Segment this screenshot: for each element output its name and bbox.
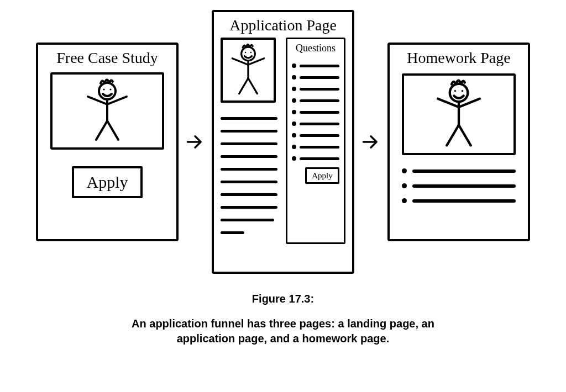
text-line — [221, 206, 277, 209]
panel-title-case-study: Free Case Study — [38, 45, 176, 66]
text-line — [221, 168, 277, 171]
bullet-icon — [292, 133, 296, 137]
question-row — [292, 156, 339, 161]
question-row — [292, 63, 339, 68]
bullet-icon — [292, 63, 296, 68]
application-body: Questions Apply — [214, 33, 352, 251]
bullet-row — [402, 183, 516, 188]
questions-card: Questions Apply — [286, 38, 345, 244]
video-placeholder — [402, 73, 516, 155]
text-line — [221, 130, 277, 133]
apply-button[interactable]: Apply — [305, 167, 339, 184]
bullet-icon — [292, 121, 296, 126]
apply-button[interactable]: Apply — [72, 166, 143, 198]
text-line — [221, 193, 277, 196]
panel-case-study: Free Case Study Apply — [36, 43, 179, 241]
arrow-right-icon — [184, 133, 206, 151]
figure-description: An application funnel has three pages: a… — [106, 316, 460, 346]
diagram-stage: Free Case Study Apply Application Page — [0, 0, 566, 346]
question-row — [292, 87, 339, 91]
bullet-icon — [292, 98, 296, 103]
text-line — [221, 117, 277, 120]
questions-heading: Questions — [292, 43, 339, 54]
video-placeholder — [50, 72, 164, 150]
question-row — [292, 133, 339, 137]
question-line — [300, 88, 339, 91]
figure-caption: Figure 17.3: An application funnel has t… — [15, 293, 551, 346]
question-row — [292, 145, 339, 149]
panel-title-application: Application Page — [214, 12, 352, 33]
bullet-line — [412, 169, 516, 173]
bullet-line — [412, 199, 516, 203]
application-left-column — [221, 38, 280, 244]
stick-figure-icon — [226, 43, 271, 98]
stick-figure-icon — [423, 78, 495, 150]
question-line — [300, 157, 339, 160]
homework-bullets — [402, 168, 516, 203]
text-line — [221, 231, 244, 234]
bullet-line — [412, 184, 516, 188]
question-line — [300, 65, 339, 67]
question-row — [292, 110, 339, 114]
question-row — [292, 98, 339, 103]
panels-row: Free Case Study Apply Application Page — [15, 10, 551, 274]
question-line — [300, 146, 339, 149]
bullet-icon — [292, 87, 296, 91]
question-line — [300, 134, 339, 137]
bullet-icon — [292, 75, 296, 80]
bullet-icon — [292, 110, 296, 114]
panel-application: Application Page — [212, 10, 354, 274]
bullet-row — [402, 198, 516, 203]
question-row — [292, 121, 339, 126]
bullet-icon — [292, 156, 296, 161]
question-line — [300, 76, 339, 79]
panel-homework: Homework Page — [387, 43, 530, 241]
question-line — [300, 111, 339, 114]
stick-figure-icon — [74, 78, 140, 144]
text-line — [221, 219, 274, 221]
text-line — [221, 181, 277, 183]
figure-label: Figure 17.3: — [15, 293, 551, 305]
text-line — [221, 142, 277, 145]
bullet-row — [402, 168, 516, 173]
bullet-icon — [402, 183, 407, 188]
text-line — [221, 155, 277, 158]
arrow-right-icon — [360, 133, 382, 151]
panel-title-homework: Homework Page — [390, 45, 528, 66]
question-line — [300, 123, 339, 125]
bullet-icon — [292, 145, 296, 149]
question-line — [300, 99, 339, 102]
question-row — [292, 75, 339, 80]
bullet-icon — [402, 198, 407, 203]
video-thumbnail — [221, 38, 276, 103]
bullet-icon — [402, 168, 407, 173]
